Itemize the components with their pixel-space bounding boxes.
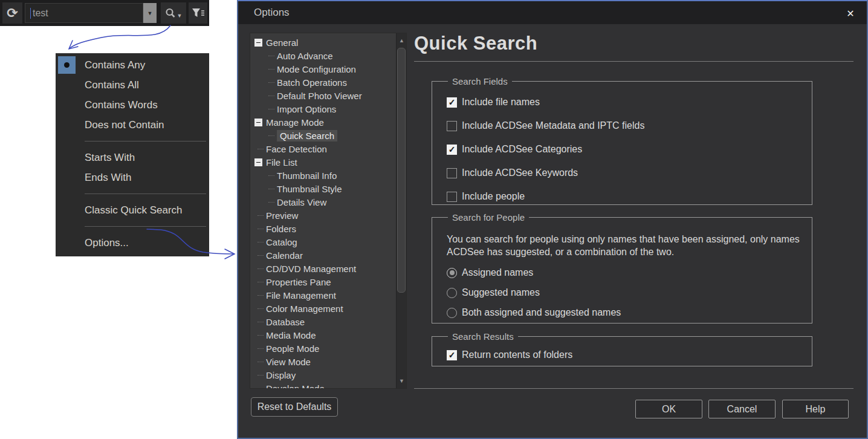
menu-item-gutter — [56, 148, 85, 167]
ok-button[interactable]: OK — [635, 400, 702, 418]
tree-item-general[interactable]: General — [250, 36, 396, 49]
menu-item-label: Contains Words — [85, 99, 158, 111]
radio-unselected-icon[interactable] — [447, 288, 457, 298]
footer-divider — [414, 388, 853, 389]
tree-item-calendar[interactable]: Calendar — [250, 249, 396, 262]
tree-item-label: Import Options — [277, 104, 336, 114]
radio-row-assigned-names[interactable]: Assigned names — [447, 267, 812, 278]
search-input[interactable]: test — [25, 3, 143, 23]
tree-item-batch-operations[interactable]: Batch Operations — [250, 76, 396, 89]
tree-item-properties-pane[interactable]: Properties Pane — [250, 275, 396, 288]
tree-item-quick-search[interactable]: Quick Search — [250, 129, 396, 142]
tree-item-thumbnail-info[interactable]: Thumbnail Info — [250, 169, 396, 182]
tree-item-file-list[interactable]: File List — [250, 155, 396, 169]
scroll-down-icon[interactable]: ▼ — [397, 375, 407, 387]
screenshot-stage: ⟳ test ▼ ▼ Contains AnyContains AllConta… — [0, 0, 868, 439]
title-divider — [414, 61, 853, 62]
search-for-people-group: Search for People You can search for peo… — [432, 212, 812, 324]
tree-item-label: Mode Configuration — [277, 64, 356, 74]
checkbox-row-include-people[interactable]: Include people — [447, 191, 812, 202]
menu-item-contains-words[interactable]: Contains Words — [56, 95, 209, 115]
scroll-up-icon[interactable]: ▲ — [397, 34, 407, 47]
people-radio-group: Assigned namesSuggested namesBoth assign… — [447, 267, 812, 318]
checkbox-label: Include ACDSee Categories — [462, 144, 582, 155]
search-options-button[interactable]: ▼ — [161, 2, 186, 24]
tree-item-label: Display — [266, 370, 296, 380]
collapse-minus-icon[interactable] — [254, 39, 262, 47]
tree-item-view-mode[interactable]: View Mode — [250, 355, 396, 368]
tree-item-display[interactable]: Display — [250, 368, 396, 382]
radio-selected-icon[interactable] — [447, 268, 457, 278]
tree-item-manage-mode[interactable]: Manage Mode — [250, 115, 396, 129]
tree-item-thumbnail-style[interactable]: Thumbnail Style — [250, 182, 396, 195]
close-icon[interactable]: ✕ — [843, 6, 858, 21]
tree-item-folders[interactable]: Folders — [250, 222, 396, 235]
tree-item-label: Properties Pane — [266, 277, 331, 287]
checkbox-row-include-acdsee-keywords[interactable]: Include ACDSee Keywords — [447, 167, 812, 178]
tree-item-default-photo-viewer[interactable]: Default Photo Viewer — [250, 89, 396, 102]
scrollbar-thumb[interactable] — [397, 48, 406, 293]
arrow-to-menu — [70, 25, 170, 48]
tree-item-face-detection[interactable]: Face Detection — [250, 142, 396, 155]
checkbox-row-include-file-names[interactable]: ✓Include file names — [447, 97, 812, 108]
checkbox-unchecked-icon[interactable] — [447, 121, 457, 131]
tree-item-mode-configuration[interactable]: Mode Configuration — [250, 62, 396, 76]
menu-item-contains-any[interactable]: Contains Any — [56, 55, 209, 75]
checkbox-unchecked-icon[interactable] — [447, 168, 457, 178]
collapse-minus-icon[interactable] — [254, 119, 262, 126]
tree-item-preview[interactable]: Preview — [250, 209, 396, 222]
tree-item-label: Thumbnail Info — [277, 171, 337, 181]
cancel-button[interactable]: Cancel — [708, 400, 776, 418]
tree-item-file-management[interactable]: File Management — [250, 288, 396, 302]
tree-item-cd-dvd-management[interactable]: CD/DVD Management — [250, 262, 396, 275]
tree-item-color-management[interactable]: Color Management — [250, 302, 396, 315]
checkbox-checked-icon[interactable]: ✓ — [447, 97, 457, 108]
tree-item-people-mode[interactable]: People Mode — [250, 342, 396, 355]
checkbox-checked-icon[interactable]: ✓ — [447, 145, 457, 155]
menu-item-ends-with[interactable]: Ends With — [56, 167, 209, 187]
tree-item-media-mode[interactable]: Media Mode — [250, 328, 396, 342]
filter-icon — [192, 8, 205, 19]
tree-item-auto-advance[interactable]: Auto Advance — [250, 49, 396, 62]
tree-item-label: CD/DVD Management — [266, 264, 356, 274]
menu-item-label: Contains All — [85, 79, 139, 91]
checkbox-label: Include file names — [462, 97, 540, 108]
radio-label: Suggested names — [462, 287, 540, 298]
search-history-dropdown-button[interactable]: ▼ — [143, 3, 157, 23]
reset-to-defaults-button[interactable]: Reset to Defaults — [251, 397, 338, 417]
radio-unselected-icon[interactable] — [447, 308, 457, 318]
tree-item-develop-mode[interactable]: Develop Mode — [250, 382, 396, 389]
tree-item-import-options[interactable]: Import Options — [250, 102, 396, 115]
collapse-minus-icon[interactable] — [254, 158, 262, 166]
menu-item-contains-all[interactable]: Contains All — [56, 75, 209, 95]
dialog-titlebar[interactable]: Options — [238, 1, 867, 24]
checkbox-row-include-acdsee-metadata-and-iptc-fields[interactable]: Include ACDSee Metadata and IPTC fields — [447, 120, 812, 131]
selected-bullet-icon — [58, 56, 76, 74]
checkbox-unchecked-icon[interactable] — [447, 192, 457, 202]
tree-item-database[interactable]: Database — [250, 315, 396, 328]
radio-row-both-assigned-and-suggested-names[interactable]: Both assigned and suggested names — [447, 307, 812, 318]
tree-item-details-view[interactable]: Details View — [250, 195, 396, 209]
search-fields-group: Search Fields ✓Include file namesInclude… — [432, 76, 812, 205]
checkbox-row-include-acdsee-categories[interactable]: ✓Include ACDSee Categories — [447, 144, 812, 155]
filter-button[interactable] — [189, 2, 207, 24]
search-results-checkboxes: ✓Return contents of folders — [447, 342, 812, 360]
menu-separator — [85, 193, 206, 194]
menu-item-starts-with[interactable]: Starts With — [56, 148, 209, 167]
checkbox-row-return-contents-of-folders[interactable]: ✓Return contents of folders — [447, 350, 812, 360]
tree-item-label: Manage Mode — [266, 117, 324, 128]
help-button[interactable]: Help — [782, 400, 849, 418]
tree-item-label: Media Mode — [266, 330, 316, 340]
checkbox-checked-icon[interactable]: ✓ — [447, 350, 457, 360]
tree-scrollbar[interactable]: ▲ ▼ — [396, 33, 406, 388]
menu-item-classic-quick-search[interactable]: Classic Quick Search — [56, 200, 209, 220]
menu-item-does-not-contain[interactable]: Does not Contain — [56, 115, 209, 135]
search-fields-legend: Search Fields — [448, 76, 512, 86]
text-caret — [30, 8, 31, 19]
tree-item-label: People Mode — [266, 343, 319, 354]
tree-item-catalog[interactable]: Catalog — [250, 235, 396, 249]
menu-item-options[interactable]: Options... — [56, 233, 209, 253]
radio-row-suggested-names[interactable]: Suggested names — [447, 287, 812, 298]
tree-item-label: Details View — [277, 197, 326, 207]
refresh-icon[interactable]: ⟳ — [2, 2, 22, 24]
